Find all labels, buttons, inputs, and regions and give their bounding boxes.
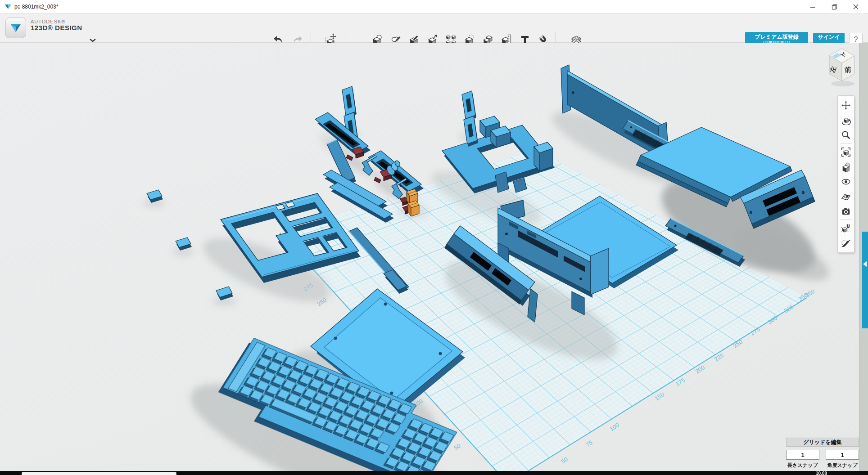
- app-logo[interactable]: [5, 18, 26, 38]
- orbit-tool[interactable]: [838, 112, 854, 127]
- menu-chevron-icon[interactable]: [89, 38, 96, 42]
- hide-show-tool[interactable]: [838, 174, 854, 189]
- shaded-view-tool[interactable]: [838, 159, 854, 174]
- status-pill[interactable]: [22, 472, 176, 475]
- svg-text:50: 50: [452, 442, 461, 451]
- camera-icon: [841, 206, 851, 216]
- toolbar-separator: [840, 143, 852, 143]
- restore-button[interactable]: [824, 0, 845, 13]
- svg-text:150: 150: [653, 391, 665, 402]
- shaded-view-icon: [841, 162, 851, 172]
- fit-view-tool[interactable]: [838, 144, 854, 159]
- view-cube[interactable]: 上 左 前: [823, 44, 861, 91]
- titlebar: pc-8801mk2_003*: [0, 0, 868, 13]
- pan-tool[interactable]: [838, 98, 854, 112]
- snap-box-icon: [841, 224, 851, 233]
- snap-object-tool[interactable]: [838, 221, 854, 236]
- hide-sketch-icon: [841, 238, 851, 248]
- logo-triangle-icon: [8, 20, 23, 36]
- svg-text:75: 75: [584, 439, 593, 448]
- viewport[interactable]: 3002752501007550507510015017520022525027…: [0, 43, 868, 471]
- pan-icon: [841, 100, 851, 110]
- grid-settings-panel: グリッドを編集 長さスナップ 角度スナップ: [786, 438, 859, 447]
- brand-line2: 123D® DESIGN: [31, 24, 82, 32]
- angle-snap-label: 角度スナップ: [826, 462, 859, 469]
- navigation-toolbar: [837, 95, 854, 253]
- window-title: pc-8801mk2_003*: [14, 4, 58, 10]
- fit-icon: [841, 147, 851, 157]
- app-icon: [5, 3, 12, 10]
- flyout-arrow-icon: [863, 261, 867, 267]
- brand-text: AUTODESK® 123D® DESIGN: [31, 19, 82, 32]
- application-window: pc-8801mk2_003* AUTODESK® 123D® DESIGN: [0, 0, 868, 475]
- close-button[interactable]: [845, 0, 866, 13]
- restore-icon: [832, 4, 837, 10]
- show-grid-tool[interactable]: [838, 189, 854, 204]
- status-value: 10.00: [816, 471, 827, 475]
- grid-eye-icon: [841, 192, 851, 202]
- minimize-button[interactable]: [802, 0, 823, 13]
- angle-snap-input[interactable]: [826, 450, 859, 460]
- toolbar-separator: [840, 220, 852, 220]
- length-snap-label: 長さスナップ: [786, 462, 819, 469]
- screenshot-tool[interactable]: [838, 204, 854, 219]
- eye-icon: [841, 177, 851, 187]
- zoom-tool[interactable]: [838, 127, 854, 142]
- 3d-viewport[interactable]: 3002752501007550507510015017520022525027…: [0, 43, 868, 471]
- close-icon: [853, 4, 859, 9]
- svg-text:100: 100: [608, 421, 620, 432]
- minimize-icon: [810, 4, 815, 9]
- parts-flyout-tab[interactable]: [862, 232, 868, 328]
- status-bar: 10.00: [0, 471, 868, 475]
- svg-text:50: 50: [560, 456, 569, 465]
- length-snap-input[interactable]: [786, 450, 819, 460]
- hide-sketches-tool[interactable]: [838, 236, 854, 251]
- orbit-icon: [841, 115, 851, 125]
- magnifier-icon: [841, 130, 851, 140]
- premium-label: プレミアム版登録: [746, 34, 807, 40]
- main-toolbar: AUTODESK® 123D® DESIGN: [0, 13, 868, 43]
- viewcube-front-label[interactable]: 前: [844, 65, 852, 74]
- grid-edit-button[interactable]: グリッドを編集: [786, 438, 859, 447]
- model-slot-plates[interactable]: [342, 86, 478, 147]
